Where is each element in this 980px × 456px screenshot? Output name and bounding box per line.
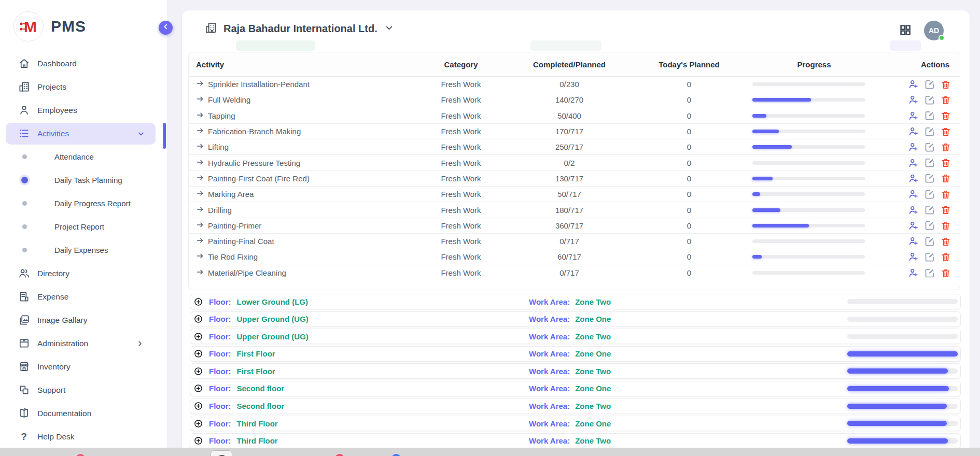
assign-user-button[interactable]	[908, 79, 919, 90]
assign-user-button[interactable]	[908, 173, 919, 184]
expand-plus-icon[interactable]	[193, 314, 203, 324]
activity-cell[interactable]: Tapping	[189, 111, 412, 121]
activity-cell[interactable]: Painting-Primer	[189, 221, 412, 231]
sidebar-item-employees[interactable]: Employees	[0, 98, 167, 122]
delete-button[interactable]	[941, 110, 951, 121]
edit-button[interactable]	[925, 110, 935, 121]
delete-button[interactable]	[941, 173, 951, 183]
delete-button[interactable]	[941, 142, 951, 152]
sidebar-item-expense[interactable]: Expense	[0, 285, 167, 308]
table-row[interactable]: Lifting Fresh Work 250/717 0	[189, 139, 960, 155]
activity-cell[interactable]: Lifting	[189, 142, 412, 152]
table-row[interactable]: Hydraulic Pressure Testing Fresh Work 0/…	[189, 155, 960, 170]
assign-user-button[interactable]	[908, 236, 919, 247]
assign-user-button[interactable]	[908, 267, 919, 278]
table-row[interactable]: Painting-First Coat (Fire Red) Fresh Wor…	[189, 171, 960, 187]
sidebar-subitem-daily-progress-report[interactable]: Daily Progress Report	[0, 192, 167, 215]
activity-cell[interactable]: Tie Rod Fixing	[189, 252, 412, 262]
activity-cell[interactable]: Marking Area	[189, 189, 412, 199]
table-row[interactable]: Drilling Fresh Work 180/717 0	[189, 202, 960, 218]
edit-button[interactable]	[925, 205, 935, 215]
floor-row[interactable]: Floor: Upper Ground (UG) Work Area: Zone…	[190, 329, 961, 344]
delete-button[interactable]	[941, 189, 951, 200]
activity-cell[interactable]: Fabrication-Branch Making	[189, 126, 412, 136]
sidebar-item-directory[interactable]: Directory	[0, 262, 167, 285]
expand-plus-icon[interactable]	[193, 297, 203, 307]
assign-user-button[interactable]	[908, 251, 919, 262]
activity-cell[interactable]: Drilling	[189, 205, 412, 215]
assign-user-button[interactable]	[908, 126, 919, 137]
delete-button[interactable]	[941, 205, 951, 215]
table-row[interactable]: Marking Area Fresh Work 50/717 0	[189, 187, 960, 202]
expand-plus-icon[interactable]	[193, 383, 203, 393]
expand-plus-icon[interactable]	[193, 366, 203, 376]
expand-plus-icon[interactable]	[193, 349, 203, 359]
assign-user-button[interactable]	[908, 158, 919, 168]
floor-row[interactable]: Floor: Third Floor Work Area: Zone One	[190, 416, 961, 431]
activity-cell[interactable]: Hydraulic Pressure Testing	[189, 158, 412, 168]
activity-cell[interactable]: Full Welding	[189, 95, 412, 105]
sidebar-item-help-desk[interactable]: ?Help Desk	[0, 425, 167, 448]
sidebar-item-inventory[interactable]: Inventory	[0, 355, 167, 378]
edit-button[interactable]	[925, 158, 935, 168]
sidebar-subitem-project-report[interactable]: Project Report	[0, 215, 167, 238]
sidebar-collapse-button[interactable]	[159, 21, 173, 35]
edit-button[interactable]	[925, 79, 935, 90]
floor-row[interactable]: Floor: First Floor Work Area: Zone One	[190, 346, 961, 362]
assign-user-button[interactable]	[908, 189, 919, 200]
table-row[interactable]: Material/Pipe Cleaning Fresh Work 0/717 …	[189, 265, 960, 281]
delete-button[interactable]	[941, 236, 951, 247]
table-row[interactable]: Sprinkler Installation-Pendant Fresh Wor…	[189, 77, 960, 92]
assign-user-button[interactable]	[908, 205, 919, 216]
assign-user-button[interactable]	[908, 94, 919, 105]
edit-button[interactable]	[925, 189, 935, 200]
edit-button[interactable]	[925, 173, 935, 183]
apps-grid-button[interactable]	[899, 24, 912, 36]
floor-row[interactable]: Floor: First Floor Work Area: Zone Two	[190, 363, 961, 379]
delete-button[interactable]	[941, 252, 951, 262]
table-row[interactable]: Tie Rod Fixing Fresh Work 60/717 0	[189, 249, 960, 265]
sidebar-item-documentation[interactable]: Documentation	[0, 402, 167, 425]
floor-row[interactable]: Floor: Second floor Work Area: Zone One	[190, 381, 961, 396]
sidebar-subitem-daily-expenses[interactable]: Daily Expenses	[0, 238, 167, 262]
delete-button[interactable]	[941, 79, 951, 90]
activity-cell[interactable]: Sprinkler Installation-Pendant	[189, 79, 412, 89]
sidebar-subitem-daily-task-planning[interactable]: Daily Task Planning	[0, 168, 167, 192]
edit-button[interactable]	[925, 268, 935, 278]
expand-plus-icon[interactable]	[193, 401, 203, 411]
table-row[interactable]: Fabrication-Branch Making Fresh Work 170…	[189, 124, 960, 139]
edit-button[interactable]	[925, 236, 935, 247]
delete-button[interactable]	[941, 95, 951, 105]
expand-plus-icon[interactable]	[193, 436, 203, 446]
delete-button[interactable]	[941, 158, 951, 168]
edit-button[interactable]	[925, 252, 935, 262]
floor-row[interactable]: Floor: Second floor Work Area: Zone Two	[190, 398, 961, 414]
table-row[interactable]: Painting-Primer Fresh Work 360/717 0	[189, 218, 960, 234]
assign-user-button[interactable]	[908, 110, 919, 121]
delete-button[interactable]	[941, 126, 951, 137]
activity-cell[interactable]: Painting-First Coat (Fire Red)	[189, 174, 412, 183]
edit-button[interactable]	[925, 142, 935, 152]
company-selector[interactable]: Raja Bahadur International Ltd.	[205, 22, 394, 36]
expand-plus-icon[interactable]	[193, 419, 203, 429]
table-row[interactable]: Tapping Fresh Work 50/400 0	[189, 108, 960, 124]
edit-button[interactable]	[925, 220, 935, 231]
table-row[interactable]: Painting-Final Coat Fresh Work 0/717 0	[189, 234, 960, 249]
delete-button[interactable]	[941, 220, 951, 231]
sidebar-item-projects[interactable]: Projects	[0, 75, 167, 98]
sidebar-item-image-gallary[interactable]: Image Gallary	[0, 308, 167, 332]
activity-cell[interactable]: Painting-Final Coat	[189, 236, 412, 246]
floor-row[interactable]: Floor: Third Floor Work Area: Zone Two	[190, 433, 961, 449]
table-row[interactable]: Full Welding Fresh Work 140/270 0	[189, 92, 960, 108]
sidebar-item-support[interactable]: Support	[0, 378, 167, 402]
edit-button[interactable]	[925, 126, 935, 137]
sidebar-item-administration[interactable]: Administration	[0, 332, 167, 355]
sidebar-subitem-attendance[interactable]: Attendance	[0, 145, 167, 168]
edit-button[interactable]	[925, 95, 935, 105]
expand-plus-icon[interactable]	[193, 332, 203, 341]
floor-row[interactable]: Floor: Lower Ground (LG) Work Area: Zone…	[190, 294, 961, 309]
user-avatar[interactable]: AD	[924, 21, 944, 40]
assign-user-button[interactable]	[908, 220, 919, 231]
sidebar-item-activities[interactable]: Activities	[0, 122, 167, 145]
assign-user-button[interactable]	[908, 141, 919, 152]
